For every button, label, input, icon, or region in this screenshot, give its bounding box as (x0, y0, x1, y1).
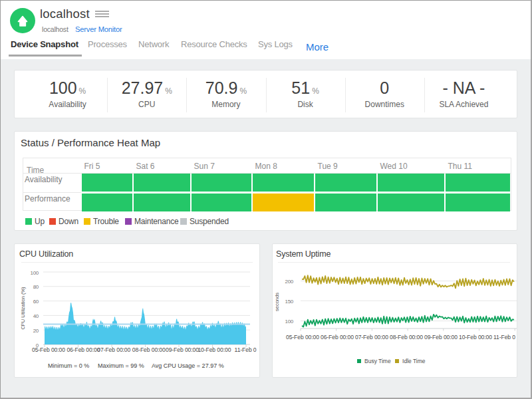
svg-text:09-Feb 00:00: 09-Feb 00:00 (166, 346, 199, 353)
svg-text:150: 150 (285, 299, 294, 305)
svg-text:200: 200 (285, 279, 294, 285)
svg-text:10-Feb 00:00: 10-Feb 00:00 (459, 334, 492, 340)
svg-text:60: 60 (33, 299, 39, 305)
svg-text:11-Feb 0: 11-Feb 0 (235, 346, 257, 353)
svg-text:09-Feb 00:00: 09-Feb 00:00 (424, 334, 458, 340)
svg-text:100: 100 (31, 270, 39, 276)
svg-text:40: 40 (33, 313, 39, 319)
svg-text:05-Feb 00:00: 05-Feb 00:00 (32, 346, 65, 353)
svg-text:07-Feb 00:00: 07-Feb 00:00 (97, 346, 130, 353)
svg-text:10-Feb 00:00: 10-Feb 00:00 (198, 346, 231, 353)
svg-text:seconds: seconds (274, 293, 280, 311)
svg-text:11-Feb 0: 11-Feb 0 (493, 334, 515, 340)
svg-text:06-Feb 00:00: 06-Feb 00:00 (66, 346, 100, 353)
svg-text:05-Feb 00:00: 05-Feb 00:00 (286, 334, 319, 340)
svg-text:CPU Utilization (%): CPU Utilization (%) (20, 287, 26, 330)
svg-text:06-Feb 00:00: 06-Feb 00:00 (321, 334, 354, 340)
svg-text:07-Feb 00:00: 07-Feb 00:00 (355, 334, 388, 340)
svg-text:20: 20 (33, 328, 39, 334)
svg-text:100: 100 (285, 319, 294, 325)
svg-text:08-Feb 00:00: 08-Feb 00:00 (390, 334, 423, 340)
svg-text:08-Feb 00:00: 08-Feb 00:00 (132, 346, 166, 353)
svg-text:80: 80 (33, 284, 39, 290)
